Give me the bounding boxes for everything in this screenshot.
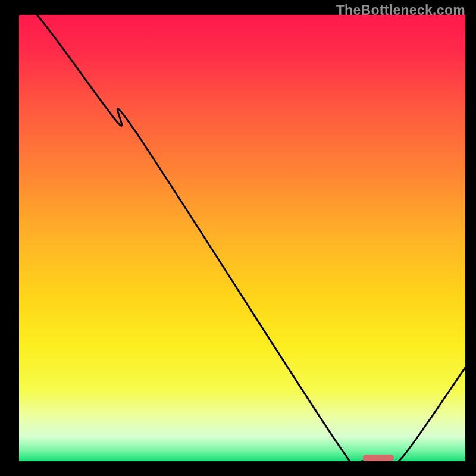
bottleneck-curve bbox=[19, 15, 465, 461]
plot-area bbox=[19, 15, 465, 461]
chart-frame: TheBottleneck.com bbox=[0, 0, 476, 476]
optimal-zone-marker bbox=[363, 455, 394, 461]
watermark-text: TheBottleneck.com bbox=[336, 2, 465, 18]
